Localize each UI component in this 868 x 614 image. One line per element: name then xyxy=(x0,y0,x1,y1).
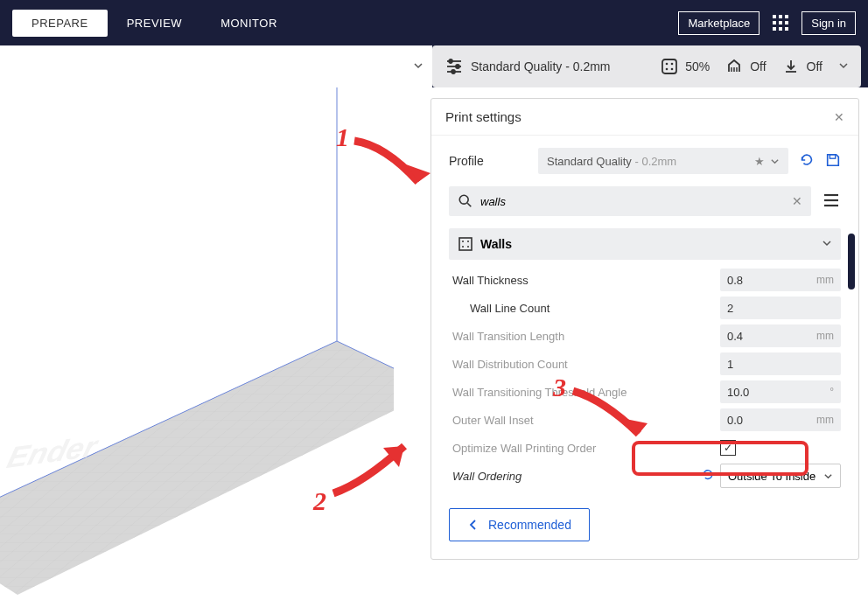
adhesion-text: Off xyxy=(807,59,822,73)
quality-bar-wrap: Standard Quality - 0.2mm 50% Off Off xyxy=(0,45,868,87)
tab-preview[interactable]: PREVIEW xyxy=(108,10,201,37)
settings-menu-icon[interactable] xyxy=(822,191,841,213)
save-profile-icon[interactable] xyxy=(825,152,841,171)
chevron-down-icon[interactable] xyxy=(770,157,780,166)
signin-button[interactable]: Sign in xyxy=(802,11,856,35)
profile-label: Profile xyxy=(449,154,528,168)
svg-rect-1 xyxy=(779,15,782,18)
print-summary-bar[interactable]: Standard Quality - 0.2mm 50% Off Off xyxy=(432,45,861,87)
walls-icon xyxy=(458,236,473,252)
annotation-label-2: 2 xyxy=(313,486,326,516)
star-icon[interactable]: ★ xyxy=(754,155,765,168)
quality-profile-text: Standard Quality - 0.2mm xyxy=(471,59,611,73)
svg-point-13 xyxy=(456,65,459,68)
chevron-down-icon[interactable] xyxy=(822,238,832,251)
top-nav: PREPARE PREVIEW MONITOR Marketplace Sign… xyxy=(0,0,868,45)
scrollbar[interactable] xyxy=(848,234,855,290)
reset-profile-icon[interactable] xyxy=(799,152,815,171)
svg-rect-15 xyxy=(662,59,676,73)
tab-group: PREPARE PREVIEW MONITOR xyxy=(12,10,297,37)
svg-point-40 xyxy=(467,246,469,248)
infill-text: 50% xyxy=(685,59,710,73)
svg-point-31 xyxy=(459,195,468,204)
svg-point-37 xyxy=(462,241,464,242)
setting-wall-transition-length: Wall Transition Length 0.4mm xyxy=(449,323,841,349)
walls-section-header[interactable]: Walls xyxy=(449,228,841,260)
marketplace-button[interactable]: Marketplace xyxy=(678,11,760,35)
svg-point-39 xyxy=(462,246,464,248)
setting-wall-thickness: Wall Thickness 0.8mm xyxy=(449,267,841,293)
adhesion-icon xyxy=(782,58,800,75)
search-row: ✕ xyxy=(449,186,841,216)
clear-search-icon[interactable]: ✕ xyxy=(792,194,802,208)
svg-point-16 xyxy=(666,63,668,66)
svg-point-12 xyxy=(449,59,452,63)
support-icon xyxy=(725,58,743,75)
setting-input[interactable]: 2 xyxy=(720,297,841,319)
annotation-arrow-2 xyxy=(329,430,425,500)
annotation-label-3: 3 xyxy=(553,373,566,402)
sliders-icon xyxy=(444,57,464,76)
setting-input[interactable]: 10.0° xyxy=(720,380,841,403)
section-title-text: Walls xyxy=(480,237,512,251)
print-settings-panel: Print settings ✕ Profile Standard Qualit… xyxy=(430,98,859,560)
setting-label: Wall Distribution Count xyxy=(449,358,720,371)
svg-rect-8 xyxy=(785,27,788,31)
svg-rect-2 xyxy=(785,15,788,18)
search-icon xyxy=(458,193,473,209)
object-dropdown[interactable] xyxy=(0,45,432,87)
profile-suffix: - 0.2mm xyxy=(632,155,676,168)
infill-summary: 50% xyxy=(661,58,710,75)
build-plate-viewport[interactable]: Ender xyxy=(0,87,394,612)
search-input[interactable] xyxy=(480,195,792,208)
chevron-down-icon xyxy=(823,471,833,481)
chevron-left-icon xyxy=(467,519,480,531)
svg-rect-0 xyxy=(773,15,776,18)
setting-label: Wall Transition Length xyxy=(449,330,720,343)
support-text: Off xyxy=(750,59,766,73)
recommended-button[interactable]: Recommended xyxy=(449,508,590,541)
setting-input[interactable]: 0.4mm xyxy=(720,324,841,347)
annotation-label-1: 1 xyxy=(336,122,349,152)
tab-prepare[interactable]: PREPARE xyxy=(12,10,108,37)
setting-wall-line-count: Wall Line Count 2 xyxy=(449,295,841,321)
svg-rect-7 xyxy=(779,27,782,31)
chevron-down-icon xyxy=(413,60,424,73)
setting-wall-distribution-count: Wall Distribution Count 1 xyxy=(449,351,841,377)
setting-label: Wall Line Count xyxy=(449,302,720,315)
panel-header: Print settings ✕ xyxy=(431,99,858,136)
annotation-arrow-1 xyxy=(350,136,438,199)
tab-monitor[interactable]: MONITOR xyxy=(201,10,297,37)
top-right: Marketplace Sign in xyxy=(678,10,856,35)
profile-dropdown[interactable]: Standard Quality - 0.2mm ★ xyxy=(538,148,788,174)
svg-point-18 xyxy=(666,68,668,71)
quality-profile-summary: Standard Quality - 0.2mm xyxy=(444,57,611,76)
close-icon[interactable]: ✕ xyxy=(834,110,844,124)
setting-input[interactable]: 0.0mm xyxy=(720,408,841,431)
svg-point-38 xyxy=(467,241,469,242)
apps-grid-icon[interactable] xyxy=(768,10,793,35)
setting-input[interactable]: 0.8mm xyxy=(720,269,841,291)
svg-rect-6 xyxy=(773,27,776,31)
svg-rect-4 xyxy=(779,21,782,24)
support-summary: Off xyxy=(725,58,766,75)
svg-rect-3 xyxy=(773,21,776,24)
settings-search-box[interactable]: ✕ xyxy=(449,186,811,216)
panel-title: Print settings xyxy=(445,109,522,124)
profile-row: Profile Standard Quality - 0.2mm ★ xyxy=(449,148,841,174)
svg-point-14 xyxy=(452,70,455,73)
svg-point-17 xyxy=(671,63,674,66)
chevron-down-icon[interactable] xyxy=(838,60,849,73)
adhesion-summary: Off xyxy=(782,58,822,75)
infill-icon xyxy=(661,58,678,75)
setting-input[interactable]: 1 xyxy=(720,352,841,375)
annotation-arrow-3 xyxy=(569,387,656,450)
svg-rect-36 xyxy=(459,238,472,250)
setting-label: Wall Thickness xyxy=(449,274,720,287)
annotation-highlight-box xyxy=(632,441,808,476)
svg-point-19 xyxy=(671,68,674,71)
profile-name: Standard Quality xyxy=(547,155,632,168)
svg-rect-5 xyxy=(785,21,788,24)
svg-line-32 xyxy=(467,203,471,206)
recommended-label: Recommended xyxy=(488,518,571,532)
